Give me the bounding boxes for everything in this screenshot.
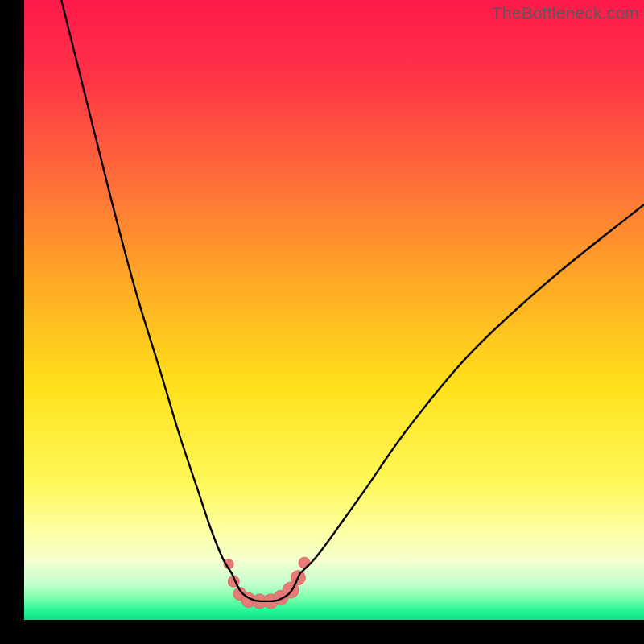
chart-frame: TheBottleneck.com	[24, 0, 644, 620]
bottleneck-chart	[24, 0, 644, 620]
watermark: TheBottleneck.com	[492, 3, 639, 23]
gradient-background	[24, 0, 644, 620]
